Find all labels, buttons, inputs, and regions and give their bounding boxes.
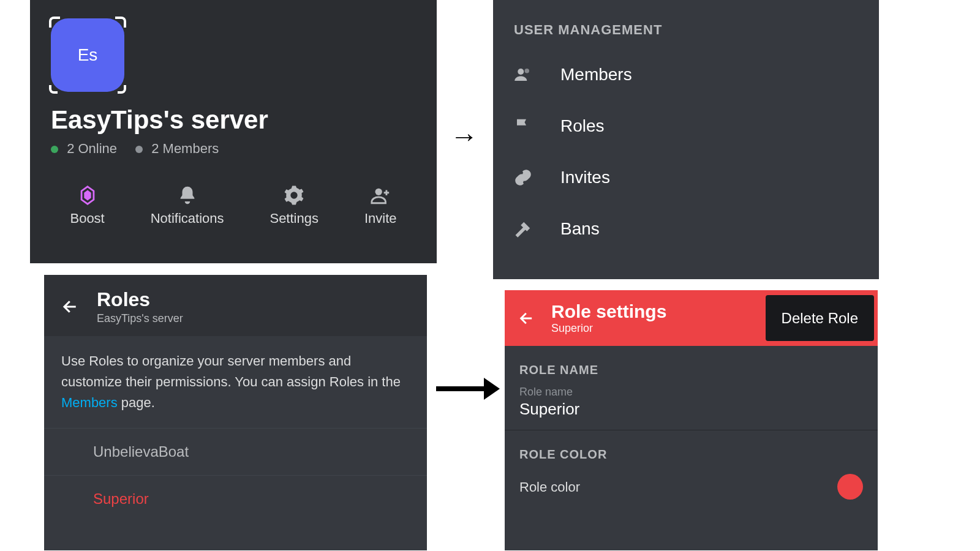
- role-name-section-label: ROLE NAME: [505, 346, 878, 383]
- back-arrow-icon[interactable]: [518, 310, 535, 327]
- server-name: EasyTips's server: [51, 105, 437, 135]
- person-plus-icon: [370, 185, 391, 206]
- role-settings-panel: Role settings Superior Delete Role ROLE …: [505, 290, 878, 550]
- svg-point-2: [525, 69, 530, 73]
- user-management-header: USER MANAGEMENT: [493, 0, 879, 49]
- roles-title: Roles: [97, 288, 183, 311]
- server-overview-panel: Es EasyTips's server 2 Online 2 Members …: [30, 0, 437, 263]
- role-name-value: Superior: [519, 400, 863, 419]
- server-icon-initials: Es: [78, 45, 98, 65]
- server-status-row: 2 Online 2 Members: [51, 141, 437, 157]
- hammer-icon: [514, 220, 532, 238]
- menu-item-members[interactable]: Members: [493, 49, 879, 100]
- delete-role-button[interactable]: Delete Role: [766, 295, 874, 341]
- back-arrow-icon[interactable]: [61, 298, 80, 316]
- settings-button[interactable]: Settings: [270, 185, 318, 227]
- role-settings-subtitle: Superior: [551, 322, 666, 335]
- role-name-field[interactable]: Role name Superior: [505, 383, 878, 430]
- role-row-unbelievaboat[interactable]: UnbelievaBoat: [44, 428, 427, 475]
- members-dot-icon: [135, 146, 143, 153]
- role-color-swatch[interactable]: [837, 474, 863, 500]
- user-management-panel: USER MANAGEMENT Members Roles Invites Ba…: [493, 0, 879, 279]
- members-status: 2 Members: [135, 141, 219, 157]
- svg-point-1: [518, 69, 524, 75]
- arrow-icon: [436, 365, 500, 407]
- online-status: 2 Online: [51, 141, 117, 157]
- menu-item-invites[interactable]: Invites: [493, 152, 879, 203]
- role-color-field[interactable]: Role color: [505, 468, 878, 500]
- role-color-section-label: ROLE COLOR: [505, 430, 878, 468]
- svg-point-0: [375, 189, 382, 195]
- flag-icon: [514, 117, 532, 135]
- role-row-superior[interactable]: Superior: [44, 475, 427, 522]
- invite-button[interactable]: Invite: [364, 185, 397, 227]
- gear-icon: [284, 185, 304, 206]
- members-icon: [514, 66, 532, 84]
- role-settings-title: Role settings: [551, 301, 666, 322]
- boost-button[interactable]: Boost: [70, 185, 104, 227]
- menu-item-bans[interactable]: Bans: [493, 203, 879, 255]
- roles-subtitle: EasyTips's server: [97, 312, 183, 325]
- online-dot-icon: [51, 146, 58, 153]
- server-icon[interactable]: Es: [51, 18, 124, 92]
- menu-item-roles[interactable]: Roles: [493, 100, 879, 152]
- bell-icon: [177, 185, 198, 206]
- link-icon: [514, 168, 532, 187]
- boost-icon: [77, 185, 98, 206]
- notifications-button[interactable]: Notifications: [151, 185, 224, 227]
- roles-panel: Roles EasyTips's server Use Roles to org…: [44, 275, 427, 550]
- roles-description: Use Roles to organize your server member…: [44, 336, 427, 428]
- members-link[interactable]: Members: [61, 395, 118, 410]
- arrow-icon: →: [450, 119, 478, 152]
